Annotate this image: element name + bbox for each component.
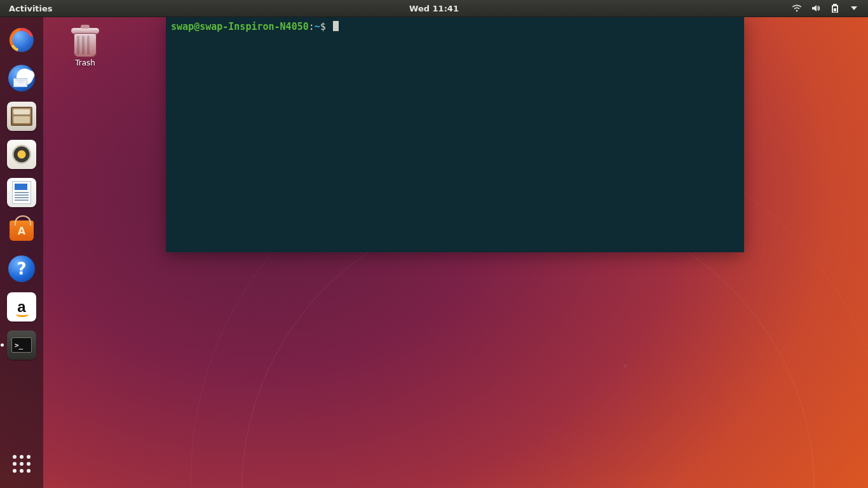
terminal-icon [7, 330, 36, 360]
libreoffice-writer-icon [7, 178, 36, 207]
dock-item-files[interactable] [6, 101, 37, 132]
desktop-icon-trash[interactable]: Trash [61, 27, 109, 67]
dock-item-ubuntu-software[interactable] [6, 215, 37, 246]
volume-icon [811, 3, 821, 13]
desktop-icon-label: Trash [75, 58, 95, 67]
network-wireless-icon [792, 3, 802, 13]
system-status-area[interactable] [792, 3, 868, 13]
dock-item-amazon[interactable]: a [6, 292, 37, 322]
prompt-host: swap-Inspiron-N4050 [200, 21, 309, 32]
terminal-window[interactable]: swap@swap-Inspiron-N4050:~$ [166, 17, 744, 252]
ubuntu-dock: ? a [0, 17, 43, 488]
rhythmbox-icon [7, 140, 36, 169]
prompt-user: swap [171, 21, 194, 32]
help-icon: ? [8, 255, 35, 282]
thunderbird-icon [8, 65, 35, 92]
ubuntu-software-icon [10, 220, 34, 241]
amazon-icon: a [7, 292, 36, 322]
prompt-path: ~ [315, 21, 320, 32]
dock-item-rhythmbox[interactable] [6, 139, 37, 170]
terminal-line[interactable]: swap@swap-Inspiron-N4050:~$ [166, 17, 744, 33]
terminal-cursor [333, 21, 339, 31]
dock-item-libreoffice-writer[interactable] [6, 177, 37, 208]
apps-grid-icon [13, 455, 31, 473]
chevron-down-icon [849, 3, 859, 13]
dock-item-firefox[interactable] [6, 25, 37, 55]
activities-button[interactable]: Activities [0, 4, 62, 13]
battery-icon [830, 3, 840, 13]
gnome-top-bar: Activities Wed 11:41 [0, 0, 868, 17]
show-applications-button[interactable] [6, 449, 37, 479]
desktop-wallpaper: Activities Wed 11:41 [0, 0, 868, 488]
dock-item-terminal[interactable] [6, 330, 37, 360]
dock-item-help[interactable]: ? [6, 254, 37, 284]
firefox-icon [10, 28, 34, 52]
prompt-symbol: $ [320, 21, 326, 32]
desktop-icons-area: Trash [61, 27, 109, 67]
dock-item-thunderbird[interactable] [6, 63, 37, 93]
files-icon [7, 102, 36, 131]
trash-icon [71, 27, 99, 58]
clock[interactable]: Wed 11:41 [409, 4, 459, 13]
